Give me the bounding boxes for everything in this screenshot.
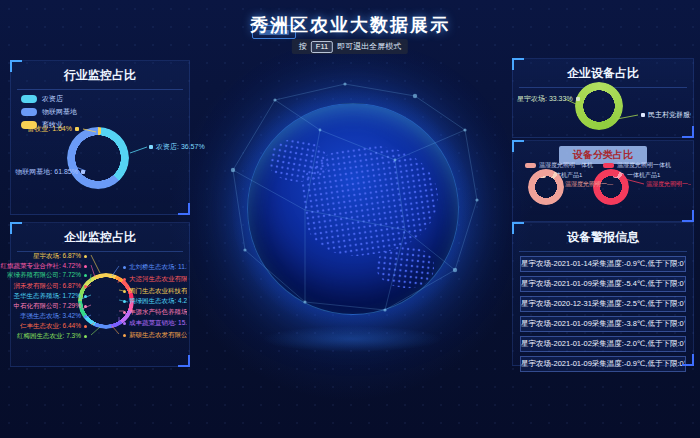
alarm-row: 星宇农场-2021-01-09采集温度:-5.4℃,低于下限:0℃ <box>520 276 686 292</box>
hint-prefix: 按 <box>299 41 307 52</box>
alarm-row: 星宇农场-2021-01-14采集温度:-0.9℃,低于下限:0℃ <box>520 256 686 272</box>
callout-label: 成丰蔬菜直销地: 15.02% <box>123 319 187 326</box>
page-title: 秀洲区农业大数据展示 <box>0 13 700 37</box>
panel-enterprise-ratio: 企业监控占比 星宇农场: 6.87% 红旗蔬菜专业合作社: 4.72% 家绿养殖… <box>10 222 190 367</box>
legend-swatch <box>21 95 37 103</box>
callout-label: 润禾发有限公司: 6.87% <box>13 282 87 289</box>
callout-label: 新硕生态农发有限公司: 6.87% <box>123 331 187 338</box>
f11-key-badge: F11 <box>311 41 333 53</box>
legend-swatch <box>525 163 536 168</box>
callout-label: 大运河生态农业有限责任公 <box>123 275 187 282</box>
alarm-row: 星宇农场-2021-01-09采集温度:-3.8℃,低于下限:0℃ <box>520 316 686 332</box>
alarm-row: 星宇农场-2020-12-31采集温度:-2.5℃,低于下限:0℃ <box>520 296 686 312</box>
callout-label: 北刘桥生态农场: 11.56% <box>123 263 187 270</box>
legend-item[interactable]: 物联网基地 <box>21 107 189 116</box>
legend-item[interactable]: 温湿度光照明一体机 <box>525 162 593 169</box>
callout-label: 仁丰生态农业: 6.44% <box>20 322 87 329</box>
globe-reflection <box>262 326 442 352</box>
callout-label: 鸭绿园生态农场: 4.29% <box>123 297 187 304</box>
callout-label: 家绿养殖有限公司: 7.72% <box>7 271 87 278</box>
panel-device-ratio: 企业设备占比 星宇农场: 33.33% 民主村党群服务中心 <box>512 58 694 138</box>
panel-device-class: 设备分类占比 温湿度光照明一体机 一体机产品1 温湿度光照明一体机 一体机产品1… <box>512 140 694 222</box>
hint-suffix: 即可退出全屏模式 <box>337 41 401 52</box>
callout-label: 温湿度光照明一— <box>646 181 691 188</box>
panel-device-alarms: 设备警报信息 星宇农场-2021-01-14采集温度:-0.9℃,低于下限:0℃… <box>512 222 694 366</box>
callout-label: 红梅园生态农业: 7.3% <box>17 332 87 339</box>
globe <box>247 103 459 315</box>
industry-donut-chart[interactable] <box>67 127 129 189</box>
callout-label: 民主村党群服务中心 <box>641 111 691 119</box>
callout-label: 红旗蔬菜专业合作社: 4.72% <box>0 262 87 269</box>
alarm-row: 星宇农场-2021-01-09采集温度:-0.9℃,低于下限:0℃ <box>520 356 686 372</box>
callout-label: 陶门生态农业科技有限公 <box>123 287 187 294</box>
device-ratio-donut-chart[interactable] <box>575 82 623 130</box>
device-class-donut-left[interactable] <box>528 169 564 205</box>
legend-label: 温湿度光照明一体机 <box>539 162 593 169</box>
callout-label: 农资店: 36.57% <box>149 143 205 151</box>
callout-label: 圣华生态养殖场: 1.72% <box>13 292 87 299</box>
callout-label: 物联网基地: 61.85% <box>13 168 85 176</box>
panel-title: 设备警报信息 <box>519 223 687 252</box>
callout-label: 星宇农场: 33.33% <box>517 95 580 103</box>
callout-label: 丰源水产特色养殖场: 1. <box>123 308 187 315</box>
callout-label: 李强生态农场: 3.42% <box>20 312 87 319</box>
legend-item[interactable]: 农资店 <box>21 94 189 103</box>
dashboard-page: { "header": { "title": "秀洲区农业大数据展示", "hi… <box>0 0 700 438</box>
legend-label: 农资店 <box>42 94 63 104</box>
legend-swatch <box>603 163 614 168</box>
legend-label: 物联网基地 <box>42 107 77 117</box>
legend-label: 一体机产品1 <box>627 172 660 179</box>
legend-item[interactable]: 温湿度光照明一体机 <box>603 162 671 169</box>
callout-label: 星宇农场: 6.87% <box>33 252 87 259</box>
legend-label: 温湿度光照明一体机 <box>617 162 671 169</box>
panel-title: 企业监控占比 <box>17 223 183 252</box>
legend-swatch <box>21 108 37 116</box>
callout-label: 温湿度光照明一— <box>565 181 613 188</box>
alarm-row: 星宇农场-2021-01-02采集温度:-2.0℃,低于下限:0℃ <box>520 336 686 352</box>
panel-industry-ratio: 行业监控占比 农资店 物联网基地 畜牧业 畜牧业: 1.64% 农资店: 36.… <box>10 60 190 215</box>
callout-label: 中石化有限公司: 7.29% <box>13 302 87 309</box>
panel-title: 行业监控占比 <box>17 61 183 90</box>
fullscreen-hint: 按 F11 即可退出全屏模式 <box>292 39 408 54</box>
callout-label: 畜牧业: 1.64% <box>15 125 79 133</box>
